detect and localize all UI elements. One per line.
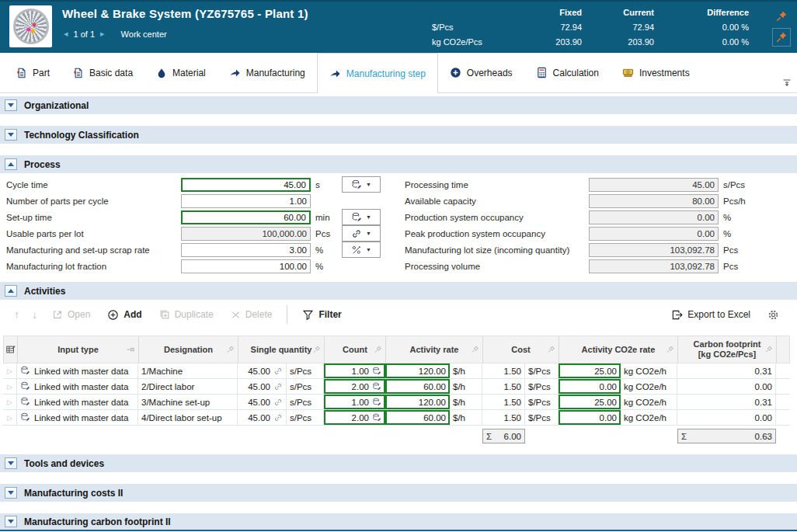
- tab-manufacturing-step[interactable]: Manufacturing step: [317, 53, 438, 93]
- table-row[interactable]: ▷ Linked with master data 1/Machine 45.0…: [3, 363, 790, 379]
- column-chooser-icon[interactable]: [4, 336, 18, 363]
- export-to-excel-button[interactable]: Export to Excel: [663, 304, 759, 325]
- lot-fraction-input[interactable]: [181, 259, 311, 273]
- expand-section-button[interactable]: [5, 487, 17, 499]
- col-cost[interactable]: Cost: [483, 336, 559, 363]
- rate-unit-cell: $/h: [450, 395, 482, 409]
- single-quantity-cell[interactable]: 45.00: [238, 379, 287, 394]
- open-button[interactable]: Open: [44, 304, 99, 325]
- count-cell[interactable]: 1.00: [324, 395, 385, 409]
- designation-cell[interactable]: 1/Machine: [138, 363, 238, 378]
- col-designation[interactable]: Designation: [139, 336, 238, 363]
- tab-part[interactable]: Part: [5, 53, 61, 92]
- master-data-icon: [20, 381, 30, 391]
- pin-icon[interactable]: [226, 346, 235, 354]
- master-data-icon: [372, 367, 381, 376]
- part-thumbnail[interactable]: [9, 5, 52, 47]
- activity-rate-cell[interactable]: 60.00: [385, 410, 450, 425]
- pin-icon[interactable]: [312, 346, 321, 354]
- tab-material[interactable]: Material: [144, 53, 218, 92]
- parts-per-cycle-input[interactable]: [181, 194, 311, 208]
- add-button[interactable]: Add: [99, 304, 150, 325]
- pin-icon[interactable]: [547, 346, 555, 354]
- tab-basic-data[interactable]: Basic data: [61, 53, 144, 92]
- value-source-dropdown[interactable]: ▼: [342, 176, 381, 193]
- pin-icon[interactable]: [471, 346, 479, 354]
- scrap-rate-input[interactable]: [181, 243, 311, 257]
- pin-carbon-icon[interactable]: [772, 28, 791, 47]
- count-cell[interactable]: 2.00: [324, 410, 385, 425]
- tab-overheads[interactable]: Overheads: [438, 53, 524, 92]
- move-up-button[interactable]: ↑: [8, 304, 26, 325]
- document-icon: [73, 68, 84, 78]
- tab-manufacturing[interactable]: Manufacturing: [218, 53, 317, 92]
- input-type-cell: Linked with master data: [17, 410, 138, 425]
- tab-calculation[interactable]: Calculation: [524, 53, 611, 92]
- pin-icon[interactable]: [374, 346, 382, 354]
- co2e-unit-cell: kg CO2e/h: [621, 395, 677, 409]
- kpi-col-current: Current: [582, 8, 654, 17]
- count-cell[interactable]: 1.00: [324, 363, 385, 378]
- collapse-section-button[interactable]: [5, 158, 17, 170]
- field-parts-per-cycle: Number of parts per cycle: [0, 193, 398, 209]
- activities-table: Input type Designation Single quantity C…: [3, 336, 790, 443]
- row-expander-icon[interactable]: ▷: [3, 379, 17, 394]
- setup-time-input[interactable]: [181, 210, 311, 224]
- duplicate-button[interactable]: Duplicate: [151, 304, 222, 325]
- value-source-dropdown[interactable]: ▼: [342, 209, 381, 225]
- table-row[interactable]: ▷ Linked with master data 4/Direct labor…: [3, 410, 790, 426]
- table-row[interactable]: ▷ Linked with master data 3/Machine set-…: [3, 395, 790, 410]
- designation-cell[interactable]: 4/Direct labor set-up: [138, 410, 238, 425]
- table-settings-gear-icon[interactable]: [759, 304, 788, 325]
- section-tools-and-devices: Tools and devices: [0, 454, 797, 472]
- col-input-type[interactable]: Input type: [18, 336, 139, 363]
- collapse-section-button[interactable]: [5, 285, 17, 297]
- col-count[interactable]: Count: [325, 336, 386, 363]
- pin-cost-icon[interactable]: [772, 7, 791, 26]
- delete-button[interactable]: Delete: [222, 304, 281, 325]
- count-cell[interactable]: 2.00: [324, 379, 385, 394]
- row-expander-icon[interactable]: ▷: [3, 395, 17, 409]
- col-activity-co2e-rate[interactable]: Activity CO2e rate: [559, 336, 678, 363]
- cycle-time-input[interactable]: [181, 178, 311, 192]
- move-down-button[interactable]: ↓: [26, 304, 44, 325]
- col-single-quantity[interactable]: Single quantity: [238, 336, 325, 363]
- auto-hide-pin-icon[interactable]: [781, 77, 792, 88]
- activity-rate-cell[interactable]: 60.00: [385, 379, 450, 394]
- col-activity-rate[interactable]: Activity rate: [386, 336, 483, 363]
- pin-icon[interactable]: [764, 346, 773, 354]
- single-quantity-cell[interactable]: 45.00: [238, 395, 287, 409]
- activity-rate-cell[interactable]: 120.00: [385, 363, 450, 378]
- expand-section-button[interactable]: [5, 516, 17, 527]
- filter-button[interactable]: Filter: [294, 304, 350, 325]
- co2e-rate-cell[interactable]: 25.00: [559, 363, 621, 378]
- co2e-rate-cell[interactable]: 0.00: [559, 410, 621, 425]
- co2e-rate-cell[interactable]: 25.00: [559, 395, 621, 409]
- processing-volume-output: [589, 259, 719, 273]
- next-record-icon[interactable]: ▸: [100, 29, 105, 39]
- expand-section-button[interactable]: [5, 99, 17, 111]
- row-expander-icon[interactable]: ▷: [3, 410, 17, 425]
- activity-rate-cell[interactable]: 120.00: [385, 395, 450, 409]
- pin-icon[interactable]: [666, 346, 674, 354]
- co2e-rate-cell[interactable]: 0.00: [559, 379, 621, 394]
- expand-section-button[interactable]: [5, 457, 17, 469]
- table-row[interactable]: ▷ Linked with master data 2/Direct labor…: [3, 379, 790, 395]
- tab-investments[interactable]: Investments: [611, 53, 701, 92]
- prev-record-icon[interactable]: ◂: [64, 29, 68, 39]
- field-available-capacity: Available capacity Pcs/h: [398, 193, 797, 209]
- designation-cell[interactable]: 3/Machine set-up: [138, 395, 238, 409]
- rate-unit-cell: $/h: [450, 363, 482, 378]
- col-carbon-footprint[interactable]: Carbon footprint[kg CO2e/Pcs]: [678, 336, 777, 363]
- pin-icon[interactable]: [125, 343, 137, 356]
- expand-section-button[interactable]: [5, 129, 17, 141]
- kpi-row-label: $/Pcs: [432, 23, 513, 32]
- row-expander-icon[interactable]: ▷: [3, 363, 17, 378]
- designation-cell[interactable]: 2/Direct labor: [138, 379, 238, 394]
- value-source-dropdown[interactable]: ▼: [342, 242, 381, 258]
- single-quantity-cell[interactable]: 45.00: [238, 363, 287, 378]
- kpi-row-label: kg CO2e/Pcs: [432, 37, 513, 47]
- value-source-dropdown[interactable]: ▼: [342, 225, 381, 242]
- record-pager: 1 of 1: [74, 30, 96, 39]
- single-quantity-cell[interactable]: 45.00: [238, 410, 287, 425]
